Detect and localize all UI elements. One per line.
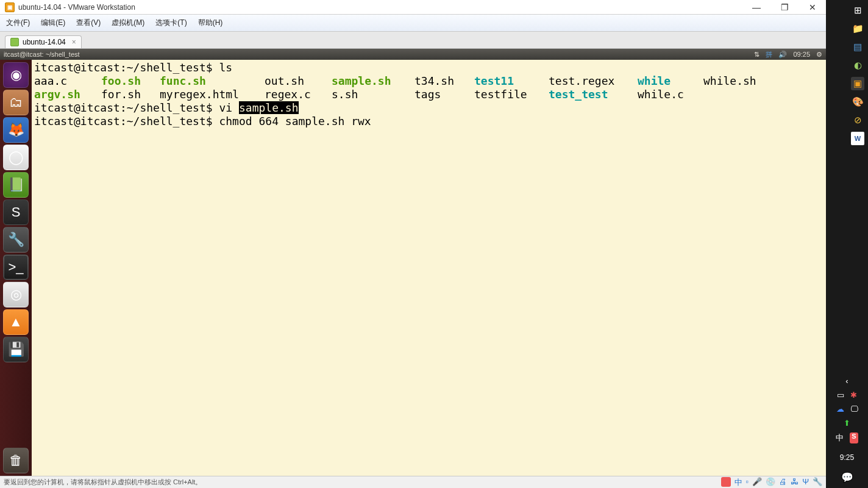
file-out.sh: out.sh xyxy=(265,74,332,88)
vmware-icon: ▣ xyxy=(5,2,15,12)
sogou-icon[interactable] xyxy=(721,477,731,487)
device-network-icon[interactable]: 🖧 xyxy=(791,477,799,488)
menu-file[interactable]: 文件(F) xyxy=(6,18,30,28)
device-settings-icon[interactable]: 🔧 xyxy=(813,477,822,488)
window-controls: — ❐ ✕ xyxy=(748,2,821,12)
minimize-button[interactable]: — xyxy=(748,2,765,12)
sublime-icon[interactable]: S xyxy=(3,199,29,225)
close-button[interactable]: ✕ xyxy=(804,2,821,12)
vm-viewport[interactable]: itcast@itcast: ~/shell_test ⇅ 拼 🔊 09:25 … xyxy=(0,49,826,476)
device-usb-icon[interactable]: Ψ xyxy=(802,477,809,488)
gear-icon[interactable]: ⚙ xyxy=(816,51,822,59)
file-while.c: while.c xyxy=(638,88,684,101)
book-icon[interactable]: 📗 xyxy=(3,172,29,198)
tray-ime-lang[interactable]: 中 xyxy=(836,432,844,443)
app-icon-yellow[interactable]: ⊘ xyxy=(851,113,864,127)
file-test_test: test_test xyxy=(549,88,638,101)
terminal-icon[interactable]: >_ xyxy=(3,254,29,280)
command-ls: ls xyxy=(219,61,232,74)
tabbar: ubuntu-14.04 × xyxy=(0,32,826,49)
floppy-icon[interactable]: 💾 xyxy=(3,337,29,362)
prompt: itcast@itcast:~/shell_test$ xyxy=(34,101,219,114)
tray-sogou-icon[interactable]: S xyxy=(850,432,858,443)
menu-help[interactable]: 帮助(H) xyxy=(198,18,223,28)
status-message: 要返回到您的计算机，请将鼠标指针从虚拟机中移出或按 Ctrl+Alt。 xyxy=(4,478,721,487)
file-testfile: testfile xyxy=(474,88,549,101)
notification-icon[interactable]: 💬 xyxy=(826,472,868,488)
windows-taskbar: ⊞ 📁 ▤ ◐ ▣ 🎨 ⊘ W ‹ ▭ ✱ ☁ 🖵 ⬆ 中 S 9:25 💬 xyxy=(826,0,868,488)
ubuntu-status-icons: ⇅ 拼 🔊 09:25 ⚙ xyxy=(754,50,822,59)
chrome-icon[interactable]: ◯ xyxy=(3,145,29,170)
device-disc-icon[interactable]: 💿 xyxy=(766,477,775,488)
file-myregex.html: myregex.html xyxy=(160,88,265,101)
tray-cloud-icon[interactable]: ☁ xyxy=(836,404,844,414)
menu-tabs[interactable]: 选项卡(T) xyxy=(155,18,187,28)
maximize-button[interactable]: ❐ xyxy=(776,2,793,12)
file-aaa.c: aaa.c xyxy=(34,74,101,88)
command-vi-arg-highlighted: sample.sh xyxy=(239,101,299,114)
file-s.sh: s.sh xyxy=(332,88,414,101)
system-tray: ‹ ▭ ✱ ☁ 🖵 ⬆ 中 S xyxy=(826,371,868,448)
tab-ubuntu[interactable]: ubuntu-14.04 × xyxy=(5,35,82,48)
tab-vm-icon xyxy=(10,38,19,46)
trash-icon[interactable]: 🗑 xyxy=(3,448,29,473)
file-regex.c: regex.c xyxy=(265,88,332,101)
tray-red-icon[interactable]: ✱ xyxy=(850,390,857,400)
menu-edit[interactable]: 编辑(E) xyxy=(41,18,65,28)
device-mic-icon[interactable]: 🎤 xyxy=(752,477,762,488)
tray-battery-icon[interactable]: ▭ xyxy=(837,390,844,400)
tray-monitor-icon[interactable]: 🖵 xyxy=(850,404,858,414)
file-while.sh: while.sh xyxy=(703,74,756,88)
ls-output-row2: argv.shfor.shmyregex.htmlregex.cs.shtags… xyxy=(34,88,824,101)
prompt: itcast@itcast:~/shell_test$ xyxy=(34,115,219,127)
device-printer-icon[interactable]: 🖨 xyxy=(779,477,787,488)
command-chmod: chmod 664 sample.sh rwx xyxy=(219,115,371,127)
app-icon-blue[interactable]: ▤ xyxy=(851,40,864,54)
file-argv.sh: argv.sh xyxy=(34,88,101,101)
menu-view[interactable]: 查看(V) xyxy=(76,18,101,28)
vmware-statusbar: 要返回到您的计算机，请将鼠标指针从虚拟机中移出或按 Ctrl+Alt。 中 ▫ … xyxy=(0,476,826,488)
vlc-icon[interactable]: ▲ xyxy=(3,309,29,335)
terminal-title: itcast@itcast: ~/shell_test xyxy=(4,51,754,58)
word-icon[interactable]: W xyxy=(851,132,864,145)
file-for.sh: for.sh xyxy=(101,88,160,101)
files-icon[interactable]: 🗂 xyxy=(3,90,29,115)
tab-close-button[interactable]: × xyxy=(72,38,76,46)
taskbar-clock[interactable]: 9:25 xyxy=(826,448,868,472)
window-title: ubuntu-14.04 - VMware Workstation xyxy=(18,3,748,12)
file-func.sh: func.sh xyxy=(160,74,265,88)
tab-label: ubuntu-14.04 xyxy=(23,38,66,46)
ls-output-row1: aaa.cfoo.shfunc.shout.shsample.sht34.sht… xyxy=(34,74,824,88)
explorer-icon[interactable]: 📁 xyxy=(851,22,864,35)
file-while: while xyxy=(638,74,703,88)
app-icon-green[interactable]: ◐ xyxy=(851,59,864,72)
dash-icon[interactable]: ◉ xyxy=(3,62,29,88)
windows-start-icon[interactable]: ⊞ xyxy=(851,4,864,17)
vmware-device-icons: 中 ▫ 🎤 💿 🖨 🖧 Ψ 🔧 xyxy=(721,477,822,488)
vmware-taskbar-icon[interactable]: ▣ xyxy=(851,77,864,90)
file-tags: tags xyxy=(414,88,474,101)
command-vi-pre: vi xyxy=(219,101,239,114)
tray-expand-icon[interactable]: ‹ xyxy=(845,376,848,386)
device-floppy-icon[interactable]: ▫ xyxy=(746,477,749,488)
ime-lang[interactable]: 中 xyxy=(735,477,742,488)
file-test11: test11 xyxy=(474,74,549,88)
file-test.regex: test.regex xyxy=(549,74,638,88)
firefox-icon[interactable]: 🦊 xyxy=(3,117,29,143)
taskbar-apps: ⊞ 📁 ▤ ◐ ▣ 🎨 ⊘ W xyxy=(826,0,868,149)
prompt: itcast@itcast:~/shell_test$ xyxy=(34,61,219,74)
settings-icon[interactable]: 🔧 xyxy=(3,227,29,253)
sound-icon[interactable]: 🔊 xyxy=(778,51,787,59)
disc-icon[interactable]: ◎ xyxy=(3,282,29,307)
tray-green-icon[interactable]: ⬆ xyxy=(844,418,850,428)
menubar: 文件(F) 编辑(E) 查看(V) 虚拟机(M) 选项卡(T) 帮助(H) xyxy=(0,15,826,32)
menu-vm[interactable]: 虚拟机(M) xyxy=(112,18,144,28)
file-foo.sh: foo.sh xyxy=(101,74,160,88)
network-icon[interactable]: ⇅ xyxy=(754,51,760,59)
terminal-content[interactable]: itcast@itcast:~/shell_test$ lsaaa.cfoo.s… xyxy=(32,60,826,476)
file-sample.sh: sample.sh xyxy=(332,74,414,88)
ime-icon[interactable]: 拼 xyxy=(766,50,772,59)
app-icon-colorful[interactable]: 🎨 xyxy=(851,95,864,109)
clock-text[interactable]: 09:25 xyxy=(793,51,810,58)
ubuntu-body: ◉ 🗂 🦊 ◯ 📗 S 🔧 >_ ◎ ▲ 💾 🗑 itcast@itcast:~… xyxy=(0,60,826,476)
